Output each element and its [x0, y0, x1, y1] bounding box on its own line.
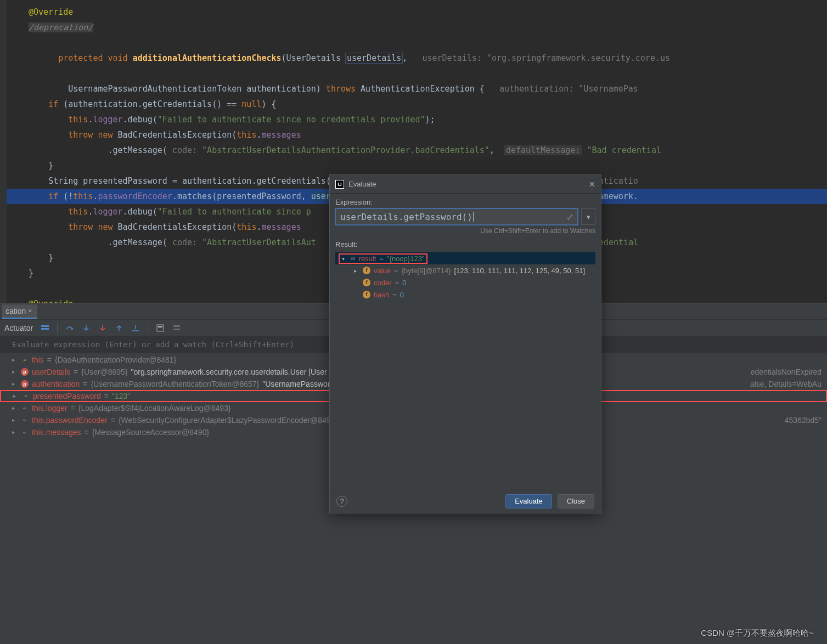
- field-icon: f: [363, 267, 370, 274]
- step-over-icon[interactable]: [65, 324, 74, 332]
- trace-icon[interactable]: [172, 324, 181, 332]
- infinity-icon: ∞: [21, 416, 29, 424]
- expand-icon[interactable]: ⤢: [566, 212, 574, 222]
- dialog-titlebar[interactable]: IJ Evaluate ✕: [330, 175, 601, 194]
- history-dropdown[interactable]: ▾: [581, 208, 595, 225]
- result-root-row[interactable]: ▾ ∞ result = "{noop}123": [335, 252, 595, 264]
- result-child-row[interactable]: fhash = 0: [335, 289, 595, 301]
- infinity-icon: ∞: [351, 255, 356, 262]
- comment-deprecation: /deprecation/: [29, 22, 93, 32]
- chevron-right-icon[interactable]: ▸: [12, 354, 18, 366]
- param-icon: p: [21, 380, 29, 388]
- force-step-into-icon[interactable]: [98, 324, 107, 332]
- chevron-right-icon[interactable]: ▸: [12, 402, 18, 414]
- svg-rect-0: [41, 325, 49, 327]
- chevron-right-icon[interactable]: ▸: [12, 414, 18, 426]
- close-button[interactable]: Close: [558, 494, 594, 509]
- svg-rect-5: [173, 329, 180, 330]
- result-tree[interactable]: ▾ ∞ result = "{noop}123" ▸fvalue = {byte…: [335, 252, 595, 489]
- chevron-down-icon[interactable]: ▾: [342, 256, 347, 262]
- watermark: CSDN @千万不要熬夜啊哈哈~: [701, 628, 814, 639]
- dialog-footer: ? Evaluate Close: [330, 489, 601, 513]
- chevron-right-icon[interactable]: ▸: [12, 426, 18, 438]
- editor-gutter: [0, 0, 7, 303]
- intellij-icon: IJ: [335, 180, 344, 189]
- step-out-icon[interactable]: [115, 324, 123, 332]
- close-icon[interactable]: ×: [28, 307, 32, 315]
- evaluate-dialog[interactable]: IJ Evaluate ✕ Expression: userDetails.ge…: [329, 174, 601, 513]
- field-icon: ≡: [21, 356, 29, 364]
- infinity-icon: ∞: [21, 404, 29, 412]
- svg-rect-1: [41, 328, 49, 330]
- actuator-label: Actuator: [4, 324, 33, 332]
- svg-rect-2: [157, 325, 164, 331]
- field-icon: f: [363, 291, 370, 298]
- evaluate-icon[interactable]: [156, 324, 165, 332]
- infinity-icon: ∞: [21, 428, 29, 436]
- svg-rect-4: [173, 325, 180, 327]
- evaluate-button[interactable]: Evaluate: [505, 494, 552, 509]
- debug-tab[interactable]: cation ×: [2, 304, 37, 319]
- result-child-row[interactable]: ▸fvalue = {byte[9]@8714} [123, 110, 111,…: [335, 264, 595, 276]
- expression-label: Expression:: [335, 198, 595, 206]
- expression-input[interactable]: userDetails.getPassword() ⤢: [335, 208, 578, 225]
- field-icon: f: [363, 279, 370, 286]
- result-child-row[interactable]: fcoder = 0: [335, 276, 595, 289]
- chevron-right-icon[interactable]: ▸: [12, 366, 18, 378]
- close-icon[interactable]: ✕: [589, 180, 595, 189]
- step-into-icon[interactable]: [82, 324, 91, 332]
- param-icon: p: [21, 368, 29, 376]
- result-label: Result:: [335, 240, 595, 248]
- method-additionalAuthenticationChecks: additionalAuthenticationChecks: [133, 53, 282, 63]
- inlay-hint: userDetails: "org.springframework.securi…: [422, 53, 670, 63]
- dialog-title: Evaluate: [348, 180, 376, 188]
- chevron-right-icon[interactable]: ▸: [13, 390, 19, 402]
- svg-rect-3: [158, 326, 162, 327]
- field-icon: ≡: [22, 392, 30, 400]
- help-icon[interactable]: ?: [336, 496, 347, 507]
- shortcut-hint: Use Ctrl+Shift+Enter to add to Watches: [335, 227, 595, 235]
- annotation-override: @Override: [29, 7, 73, 17]
- chevron-right-icon[interactable]: ▸: [12, 378, 18, 390]
- chevron-right-icon[interactable]: ▸: [354, 268, 359, 274]
- run-to-cursor-icon[interactable]: [131, 324, 140, 332]
- layout-icon[interactable]: [41, 324, 49, 332]
